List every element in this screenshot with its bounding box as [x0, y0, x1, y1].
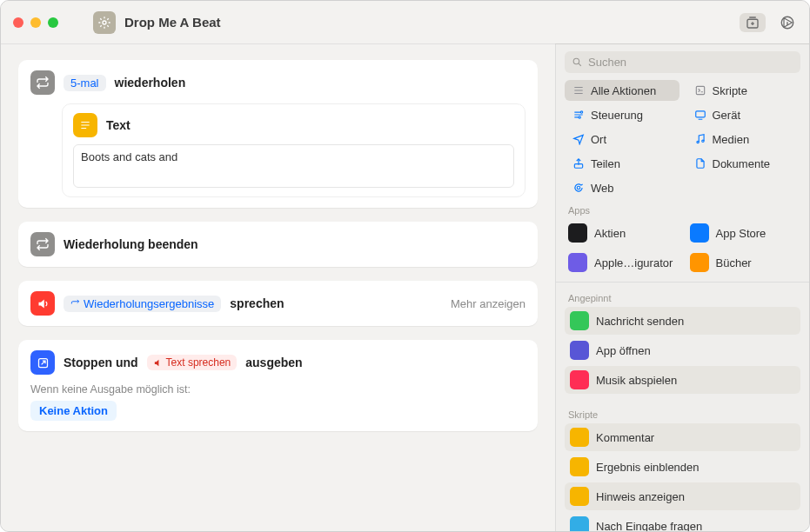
svg-point-10 — [696, 141, 698, 143]
search-placeholder: Suchen — [588, 56, 626, 69]
category-web[interactable]: Web — [565, 177, 679, 198]
window-controls — [13, 17, 58, 28]
category-gerät[interactable]: Gerät — [686, 104, 801, 125]
category-dokumente[interactable]: Dokumente — [686, 153, 801, 174]
category-teilen[interactable]: Teilen — [565, 153, 679, 174]
category-icon — [572, 108, 586, 122]
text-action-input[interactable]: Boots and cats and — [73, 144, 514, 188]
action-icon — [570, 341, 589, 360]
action-icon — [570, 370, 589, 389]
category-icon — [693, 83, 707, 97]
app-icon — [690, 223, 709, 243]
search-icon — [572, 57, 583, 68]
svg-rect-9 — [695, 111, 705, 117]
editor: 5-mal wiederholen Text Boots and cats an… — [1, 44, 555, 531]
text-action-title: Text — [106, 118, 131, 132]
sidebar-toolbar — [555, 1, 809, 44]
action-icon — [570, 311, 589, 330]
show-more-button[interactable]: Mehr anzeigen — [451, 297, 525, 310]
speak-input-token[interactable]: Wiederholungsergebnisse — [64, 296, 221, 312]
stop-verb2: ausgeben — [245, 356, 302, 369]
category-icon — [693, 132, 707, 146]
repeat-action[interactable]: 5-mal wiederholen Text Boots and cats an… — [18, 60, 538, 208]
category-alle-aktionen[interactable]: Alle Aktionen — [565, 80, 679, 101]
stop-output-action[interactable]: Stoppen und Text sprechen ausgeben Wenn … — [18, 340, 538, 431]
end-repeat-action[interactable]: Wiederholung beenden — [18, 222, 538, 267]
category-icon — [693, 156, 707, 170]
action-library: Suchen Alle AktionenSkripteSteuerungGerä… — [555, 44, 809, 531]
stop-input-pill[interactable]: Text sprechen — [147, 355, 238, 370]
info-button[interactable] — [778, 13, 797, 32]
svg-point-8 — [579, 116, 580, 118]
stop-subtitle: Wenn keine Ausgabe möglich ist: — [30, 383, 525, 396]
category-icon — [693, 108, 707, 122]
app-icon — [568, 223, 587, 243]
search-input[interactable]: Suchen — [565, 51, 800, 73]
repeat-icon — [30, 70, 55, 95]
category-icon — [572, 83, 586, 97]
repeat-count-token[interactable]: 5-mal — [64, 75, 106, 91]
text-action[interactable]: Text Boots and cats and — [62, 103, 525, 197]
scripts-section-label: Skripte — [556, 402, 809, 423]
stop-pill-label: Text sprechen — [166, 356, 231, 369]
category-medien[interactable]: Medien — [686, 129, 801, 150]
svg-point-0 — [103, 21, 106, 24]
pinned-musik-abspielen[interactable]: Musik abspielen — [565, 366, 800, 394]
app-icon — [568, 253, 587, 272]
script-hinweis-anzeigen[interactable]: Hinweis anzeigen — [565, 482, 800, 510]
svg-point-13 — [577, 186, 580, 190]
speak-token-label: Wiederholungsergebnisse — [84, 297, 214, 310]
action-icon — [570, 428, 589, 447]
stop-verb1: Stoppen und — [64, 356, 138, 369]
script-kommentar[interactable]: Kommentar — [565, 423, 800, 451]
speak-icon — [30, 291, 55, 316]
script-ergebnis-einblenden[interactable]: Ergebnis einblenden — [565, 453, 800, 481]
pinned-nachricht-senden[interactable]: Nachricht senden — [565, 307, 800, 335]
text-icon — [73, 113, 97, 137]
speak-verb: sprechen — [230, 296, 284, 310]
app-apple-igurator[interactable]: Apple…igurator — [565, 249, 679, 276]
pinned-section-label: Angepinnt — [556, 286, 809, 307]
page-title: Drop Me A Beat — [124, 15, 221, 30]
svg-point-5 — [573, 58, 579, 64]
action-icon — [570, 487, 589, 506]
action-icon — [570, 516, 589, 531]
action-icon — [570, 457, 589, 476]
apps-section-label: Apps — [556, 198, 809, 219]
repeat-verb: wiederholen — [115, 76, 186, 90]
output-icon — [30, 350, 55, 375]
no-action-token[interactable]: Keine Aktion — [30, 401, 117, 421]
app-icon — [690, 253, 709, 272]
window: Drop Me A Beat 5-mal — [0, 0, 810, 532]
category-icon — [572, 181, 586, 195]
app-b-cher[interactable]: Bücher — [686, 249, 801, 276]
pinned-app-öffnen[interactable]: App öffnen — [565, 336, 800, 364]
library-button[interactable] — [740, 13, 766, 32]
category-steuerung[interactable]: Steuerung — [565, 104, 679, 125]
script-nach-eingabe-fragen[interactable]: Nach Eingabe fragen — [565, 512, 800, 531]
svg-point-7 — [580, 111, 582, 113]
repeat-end-icon — [30, 232, 55, 256]
svg-point-11 — [701, 140, 703, 142]
speak-action[interactable]: Wiederholungsergebnisse sprechen Mehr an… — [18, 281, 538, 326]
shortcut-icon — [93, 11, 116, 34]
category-icon — [572, 156, 586, 170]
category-skripte[interactable]: Skripte — [686, 80, 801, 101]
minimize-window-button[interactable] — [30, 17, 41, 28]
close-window-button[interactable] — [13, 17, 23, 28]
app-aktien[interactable]: Aktien — [565, 219, 679, 247]
category-icon — [572, 132, 586, 146]
app-app-store[interactable]: App Store — [686, 219, 801, 247]
zoom-window-button[interactable] — [48, 17, 58, 28]
category-ort[interactable]: Ort — [565, 129, 679, 150]
end-repeat-label: Wiederholung beenden — [64, 237, 198, 251]
